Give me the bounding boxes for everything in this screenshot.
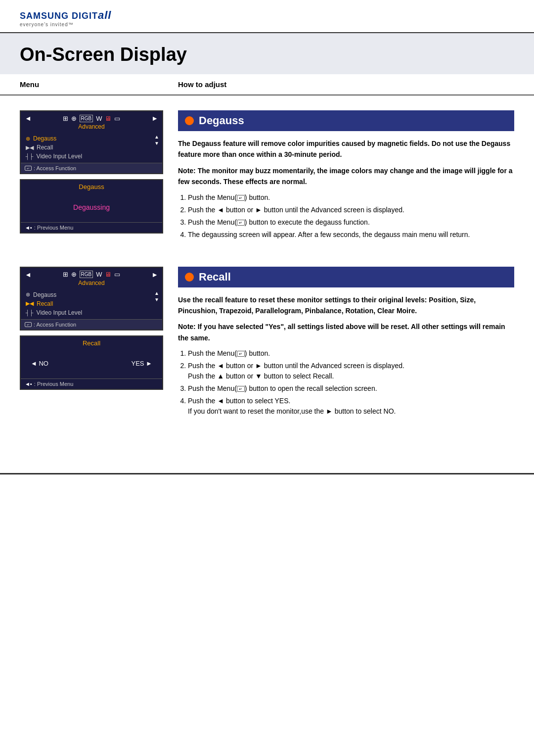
recall-no-label: ◄ NO (31, 360, 48, 367)
samsung-logo: SAMSUNG DIGITall (20, 9, 514, 22)
degauss-desc1: The Degauss feature will remove color im… (178, 138, 514, 160)
page-title-area: On-Screen Display (0, 33, 534, 74)
degauss-steps: Push the Menu(↵) button. Push the ◄ butt… (188, 192, 514, 240)
recall-osd-label: Advanced (21, 280, 162, 288)
degauss-dot (185, 116, 194, 125)
degauss-title: Degauss (199, 114, 244, 127)
recall-access-text: : Access Function (34, 322, 76, 328)
recall-step-3: Push the Menu(↵) button to open the reca… (188, 383, 514, 394)
footer (0, 473, 534, 484)
recall-geometry-icon: ⊕ (71, 271, 77, 278)
recall-item-label: Recall (37, 144, 53, 151)
geometry-icon: ⊕ (71, 115, 77, 122)
prev-icon: ◄▪ (25, 225, 32, 231)
degauss-section-row: ◄ ⊞ ⊕ RGB W 🖥 ▭ ► Advanced ▲ ▼ (20, 110, 514, 242)
recall-recall-icon: ▶◀ (26, 300, 34, 307)
column-headers: Menu How to adjust (0, 74, 534, 95)
access-function-label: : Access Function (34, 165, 76, 171)
degauss-item-label: Degauss (33, 135, 56, 142)
recall-osd-item-recall: ▶◀ Recall (26, 299, 157, 308)
recall-prev-bar: ◄▪ : Previous Menu (21, 378, 162, 389)
recall-body: Use the recall feature to reset these mo… (178, 294, 514, 417)
recall-desc2: Note: If you have selected "Yes", all se… (178, 321, 514, 343)
recall-title: Recall (199, 271, 231, 284)
size-icon: W (96, 115, 102, 122)
degauss-right-content: Degauss The Degauss feature will remove … (178, 110, 514, 242)
prev-menu-label: : Previous Menu (34, 225, 73, 231)
osd-item-degauss: ⊗ Degauss (26, 134, 157, 143)
recall-section-row: ◄ ⊞ ⊕ RGB W 🖥 ▭ ► Advanced ▲ ▼ (20, 267, 514, 419)
recall-submenu-title: Recall (21, 336, 162, 349)
osd-prev-bar: ◄▪ : Previous Menu (21, 222, 162, 233)
position-icon: ⊞ (63, 115, 68, 122)
recall-prev-label: : Previous Menu (34, 381, 73, 387)
recall-recall-label: Recall (37, 300, 53, 307)
adjust-column-header: How to adjust (178, 80, 226, 89)
misc-icon: ▭ (114, 115, 120, 122)
recall-step-1: Push the Menu(↵) button. (188, 348, 514, 359)
osd-icons-row: ⊞ ⊕ RGB W 🖥 ▭ (63, 115, 121, 122)
menu-column-header: Menu (20, 80, 178, 89)
recall-enter-icon: ↵ (25, 322, 32, 327)
recall-prev-icon: ◄▪ (25, 381, 32, 387)
recall-osd-menu-items: ▲ ▼ ⊗ Degauss ▶◀ Recall ┤├ Video Input L… (21, 288, 162, 319)
recall-osd-icons: ⊞ ⊕ RGB W 🖥 ▭ (63, 271, 121, 278)
recall-video-label: Video Input Level (37, 309, 83, 316)
recall-submenu-content: ◄ NO YES ► (21, 349, 162, 378)
main-content: ◄ ⊞ ⊕ RGB W 🖥 ▭ ► Advanced ▲ ▼ (0, 95, 534, 453)
osd-item-recall: ▶◀ Recall (26, 143, 157, 152)
recall-submenu: Recall ◄ NO YES ► ◄▪ : Previous Menu (20, 335, 163, 390)
page-title: On-Screen Display (20, 44, 514, 65)
left-arrow-icon: ◄ (25, 114, 32, 122)
degauss-submenu: Degauss Degaussing ◄▪ : Previous Menu (20, 179, 163, 234)
degauss-osd-menu: ◄ ⊞ ⊕ RGB W 🖥 ▭ ► Advanced ▲ ▼ (20, 110, 163, 174)
osd-top-bar: ◄ ⊞ ⊕ RGB W 🖥 ▭ ► (21, 111, 162, 123)
recall-right-arrow: ► (151, 271, 158, 279)
recall-steps: Push the Menu(↵) button. Push the ◄ butt… (188, 348, 514, 417)
recall-osd-menu: ◄ ⊞ ⊕ RGB W 🖥 ▭ ► Advanced ▲ ▼ (20, 267, 163, 331)
recall-advanced-icon: 🖥 (105, 271, 111, 278)
video-input-icon: ┤├ (26, 153, 34, 159)
recall-misc-icon: ▭ (114, 271, 120, 278)
recall-header: Recall (178, 267, 514, 287)
degauss-body: The Degauss feature will remove color im… (178, 138, 514, 240)
advanced-icon: 🖥 (105, 115, 111, 122)
degauss-step-1: Push the Menu(↵) button. (188, 192, 514, 203)
recall-osd-item-video: ┤├ Video Input Level (26, 308, 157, 317)
recall-osd-box: ◄ ⊞ ⊕ RGB W 🖥 ▭ ► Advanced ▲ ▼ (20, 267, 163, 419)
recall-osd-item-degauss: ⊗ Degauss (26, 290, 157, 299)
degaussing-label: Degaussing (73, 203, 110, 211)
logo-tagline: everyone's invited™ (20, 22, 514, 27)
degauss-osd-box: ◄ ⊞ ⊕ RGB W 🖥 ▭ ► Advanced ▲ ▼ (20, 110, 163, 242)
recall-degauss-icon: ⊗ (26, 291, 30, 298)
degauss-header: Degauss (178, 110, 514, 131)
header: SAMSUNG DIGITall everyone's invited™ (0, 0, 534, 33)
recall-step-2: Push the ◄ button or ► button until the … (188, 361, 514, 381)
recall-access-bar: ↵ : Access Function (21, 319, 162, 330)
recall-desc1: Use the recall feature to reset these mo… (178, 294, 514, 317)
recall-right-content: Recall Use the recall feature to reset t… (178, 267, 514, 419)
osd-advanced-label: Advanced (21, 123, 162, 132)
recall-yes-label: YES ► (132, 360, 153, 367)
logo-area: SAMSUNG DIGITall everyone's invited™ (20, 9, 514, 27)
degauss-step-4: The degaussing screen will appear. After… (188, 230, 514, 240)
enter-icon: ↵ (25, 166, 32, 171)
video-input-label: Video Input Level (37, 153, 83, 160)
right-arrow-icon: ► (151, 114, 158, 122)
degauss-submenu-title: Degauss (21, 180, 162, 192)
degauss-step-3: Push the Menu(↵) button to execute the d… (188, 217, 514, 228)
recall-video-icon: ┤├ (26, 310, 34, 316)
degauss-submenu-content: Degaussing (21, 192, 162, 222)
recall-osd-top-bar: ◄ ⊞ ⊕ RGB W 🖥 ▭ ► (21, 268, 162, 280)
recall-item-icon: ▶◀ (26, 144, 34, 151)
rgb-icon: RGB (80, 115, 93, 122)
osd-item-video-input: ┤├ Video Input Level (26, 152, 157, 161)
degauss-desc2: Note: The monitor may buzz momentarily, … (178, 165, 514, 188)
recall-position-icon: ⊞ (63, 271, 68, 278)
osd-menu-items: ▲ ▼ ⊗ Degauss ▶◀ Recall ┤├ Video Input L… (21, 132, 162, 163)
degauss-item-icon: ⊗ (26, 136, 30, 142)
recall-rgb-icon: RGB (80, 271, 93, 278)
degauss-step-2: Push the ◄ button or ► button until the … (188, 205, 514, 215)
recall-left-arrow: ◄ (25, 271, 32, 279)
osd-access-bar: ↵ : Access Function (21, 163, 162, 173)
